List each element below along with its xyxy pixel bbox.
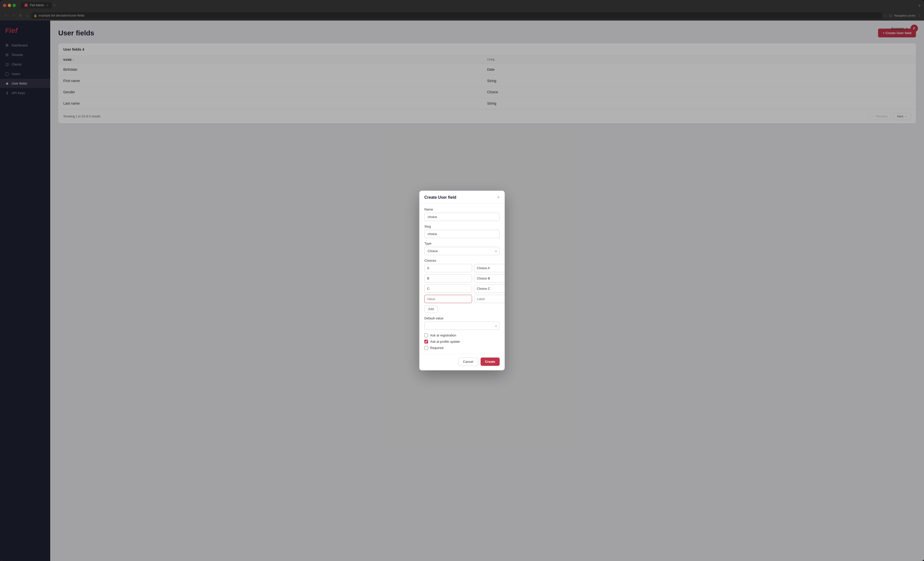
type-select[interactable]: String Integer Boolean Date DateTime Cho…	[424, 247, 500, 255]
create-user-field-modal: Create User field × Name Slug Type Strin…	[419, 191, 505, 370]
choices-field-group: Choices 🗑 🗑	[424, 259, 500, 313]
modal-title: Create User field	[424, 195, 456, 200]
required-label: Required	[430, 346, 443, 350]
new-choice-value-input[interactable]	[424, 295, 472, 303]
choice-row-c: 🗑	[424, 284, 500, 293]
slug-input[interactable]	[424, 230, 500, 238]
choice-row-a: 🗑	[424, 264, 500, 272]
modal-header: Create User field ×	[419, 191, 505, 203]
name-input[interactable]	[424, 213, 500, 221]
type-label: Type	[424, 242, 500, 245]
choice-a-label-input[interactable]	[474, 264, 505, 272]
choice-a-value-input[interactable]	[424, 264, 472, 272]
add-choice-button[interactable]: Add	[424, 305, 438, 313]
ask-profile-checkbox-item: Ask at profile update	[424, 340, 500, 344]
modal-footer: Cancel Create	[419, 354, 505, 370]
ask-registration-checkbox[interactable]	[424, 334, 428, 337]
checkboxes-group: Ask at registration Ask at profile updat…	[424, 334, 500, 350]
ask-registration-checkbox-item: Ask at registration	[424, 334, 500, 337]
type-select-wrapper: String Integer Boolean Date DateTime Cho…	[424, 247, 500, 255]
modal-body: Name Slug Type String Integer Boolean Da…	[419, 203, 505, 354]
default-value-label: Default value	[424, 316, 500, 320]
type-field-group: Type String Integer Boolean Date DateTim…	[424, 242, 500, 255]
cancel-button[interactable]: Cancel	[458, 358, 478, 366]
new-choice-row: 🗑	[424, 295, 500, 303]
ask-profile-checkbox[interactable]	[424, 340, 428, 344]
ask-profile-label: Ask at profile update	[430, 340, 460, 344]
required-checkbox-item: Required	[424, 346, 500, 350]
modal-close-button[interactable]: ×	[497, 195, 500, 200]
choices-label: Choices	[424, 259, 500, 262]
name-label: Name	[424, 208, 500, 211]
default-value-select-wrapper: A B C ∨	[424, 322, 500, 330]
choices-section: 🗑 🗑 🗑	[424, 264, 500, 313]
default-value-field-group: Default value A B C ∨	[424, 316, 500, 330]
choice-c-value-input[interactable]	[424, 284, 472, 293]
create-button[interactable]: Create	[481, 358, 500, 366]
name-field-group: Name	[424, 208, 500, 221]
choice-b-label-input[interactable]	[474, 274, 505, 283]
slug-label: Slug	[424, 224, 500, 228]
modal-overlay[interactable]: Create User field × Name Slug Type Strin…	[0, 0, 924, 561]
ask-registration-label: Ask at registration	[430, 334, 456, 337]
slug-field-group: Slug	[424, 224, 500, 238]
required-checkbox[interactable]	[424, 346, 428, 350]
default-value-select[interactable]: A B C	[424, 322, 500, 330]
new-choice-label-input[interactable]	[474, 295, 505, 303]
choice-c-label-input[interactable]	[474, 284, 505, 293]
choice-row-b: 🗑	[424, 274, 500, 283]
choice-b-value-input[interactable]	[424, 274, 472, 283]
